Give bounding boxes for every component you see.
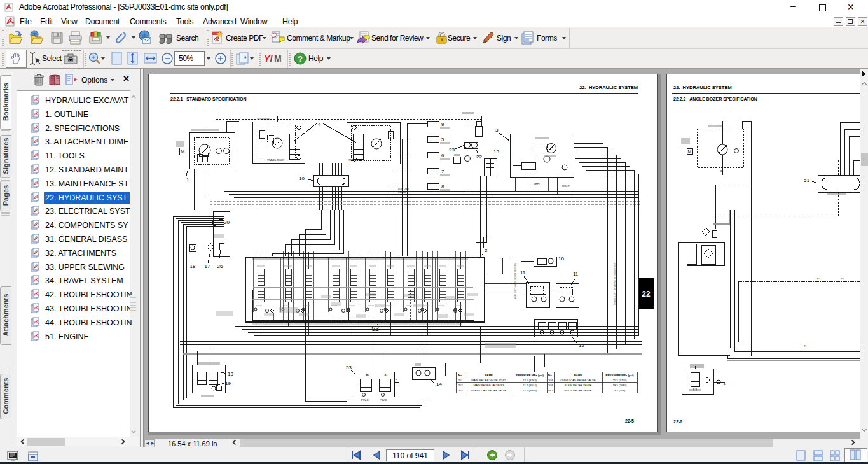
svg-text:TRAVEL RIGHT: TRAVEL RIGHT — [267, 159, 285, 162]
svg-text:TRAVEL LEFT: TRAVEL LEFT — [348, 159, 364, 162]
svg-text:ARM DISCHARGE BOOM RETURN: ARM DISCHARGE BOOM RETURN — [514, 263, 517, 299]
svg-text:27.5 (4000): 27.5 (4000) — [523, 389, 537, 392]
svg-text:22.2.2 ANGLE DOZER SPECIFICA: 22.2.2 ANGLE DOZER SPECIFICATION — [673, 97, 757, 101]
svg-text:25.5 (3700): 25.5 (3700) — [613, 379, 628, 382]
svg-text:51: 51 — [804, 178, 809, 183]
svg-text:10: 10 — [299, 176, 305, 181]
svg-text:202: 202 — [458, 384, 463, 387]
svg-text:22. HYDRAULIC SYSTEM: 22. HYDRAULIC SYSTEM — [673, 85, 732, 90]
svg-text:3.5 (508): 3.5 (508) — [614, 389, 626, 392]
svg-text:M: M — [181, 149, 185, 155]
svg-text:PRESSURE MPa (psi): PRESSURE MPa (psi) — [606, 374, 635, 377]
svg-text:204: 204 — [548, 379, 553, 382]
svg-text:6: 6 — [441, 153, 444, 158]
svg-text:13: 13 — [228, 371, 233, 377]
svg-text:22-6: 22-6 — [673, 419, 682, 424]
svg-text:TRAVEL LEFT REVERSE SLEWING RI: TRAVEL LEFT REVERSE SLEWING RIGHT — [614, 261, 616, 306]
svg-text:11: 11 — [520, 270, 526, 276]
svg-text:20: 20 — [224, 220, 230, 225]
svg-text:7: 7 — [441, 169, 444, 174]
svg-text:PILOT RELIEF VALVE: PILOT RELIEF VALVE — [565, 389, 592, 392]
svg-text:P3 LINE: P3 LINE — [398, 191, 407, 193]
svg-text:22: 22 — [642, 290, 651, 299]
svg-text:MAIN RELIEF VALVE P3: MAIN RELIEF VALVE P3 — [474, 384, 504, 387]
svg-text:P1: P1 — [817, 277, 821, 280]
svg-text:304: 304 — [548, 384, 553, 387]
svg-text:2: 2 — [485, 248, 488, 253]
svg-text:13-1: 13-1 — [548, 389, 553, 392]
svg-text:21.2 (3074): 21.2 (3074) — [523, 384, 537, 387]
svg-text:M: M — [688, 150, 692, 154]
svg-text:18.5 (2680): 18.5 (2680) — [613, 384, 628, 387]
svg-text:MAIN RELIEF VALVE P1,P2: MAIN RELIEF VALVE P1,P2 — [471, 379, 506, 382]
svg-text:22-5: 22-5 — [625, 419, 634, 423]
svg-text:T1: T1 — [804, 345, 806, 348]
svg-text:PSV-D: PSV-D — [361, 398, 369, 402]
svg-text:A1: A1 — [385, 373, 389, 376]
svg-text:3: 3 — [495, 127, 499, 133]
svg-text:1: 1 — [186, 177, 189, 183]
svg-text:16: 16 — [558, 256, 564, 262]
svg-text:4: 4 — [318, 122, 321, 127]
svg-text:18: 18 — [190, 264, 196, 269]
svg-text:19: 19 — [225, 381, 231, 386]
svg-text:11: 11 — [573, 271, 579, 277]
svg-text:No.: No. — [458, 374, 463, 377]
svg-text:A2: A2 — [366, 373, 370, 376]
svg-text:OVER LOAD RELIEF VALVE: OVER LOAD RELIEF VALVE — [471, 389, 507, 392]
svg-text:SLEW RELIEF VALVE: SLEW RELIEF VALVE — [565, 384, 592, 387]
svg-text:17: 17 — [205, 264, 210, 269]
svg-text:?: ? — [298, 54, 303, 64]
svg-text:22.5 (3263): 22.5 (3263) — [523, 379, 537, 382]
svg-text:26: 26 — [217, 264, 223, 269]
svg-text:203: 203 — [458, 389, 463, 392]
svg-text:53: 53 — [346, 365, 352, 370]
svg-text:22: 22 — [476, 154, 482, 160]
svg-text:PSV-E: PSV-E — [380, 398, 387, 402]
svg-text:P2: P2 — [841, 277, 844, 280]
svg-text:23: 23 — [449, 147, 455, 153]
svg-text:9: 9 — [441, 122, 444, 127]
svg-text:22.2.1 STANDARD SPECIFICATIO: 22.2.1 STANDARD SPECIFICATION — [170, 97, 247, 101]
svg-text:201: 201 — [458, 379, 463, 382]
svg-text:5: 5 — [441, 137, 444, 143]
svg-text:RIGHT: RIGHT — [562, 185, 570, 188]
svg-text:22. HYDRAULIC SYSTEM: 22. HYDRAULIC SYSTEM — [579, 85, 638, 90]
svg-text:OVER LOAD RELIEF VALVE: OVER LOAD RELIEF VALVE — [560, 379, 596, 382]
svg-text:14: 14 — [436, 381, 442, 387]
svg-text:B1: B1 — [720, 170, 723, 172]
svg-text:LOW LINE: LOW LINE — [398, 188, 409, 190]
svg-text:NAME: NAME — [485, 374, 493, 377]
svg-text:PRESSURE MPa (psi): PRESSURE MPa (psi) — [516, 374, 544, 377]
svg-text:No.: No. — [548, 374, 553, 377]
svg-text:15: 15 — [493, 149, 499, 155]
svg-text:LEFT: LEFT — [534, 183, 541, 185]
svg-text:8: 8 — [441, 184, 444, 190]
svg-text:NAME: NAME — [574, 374, 582, 377]
